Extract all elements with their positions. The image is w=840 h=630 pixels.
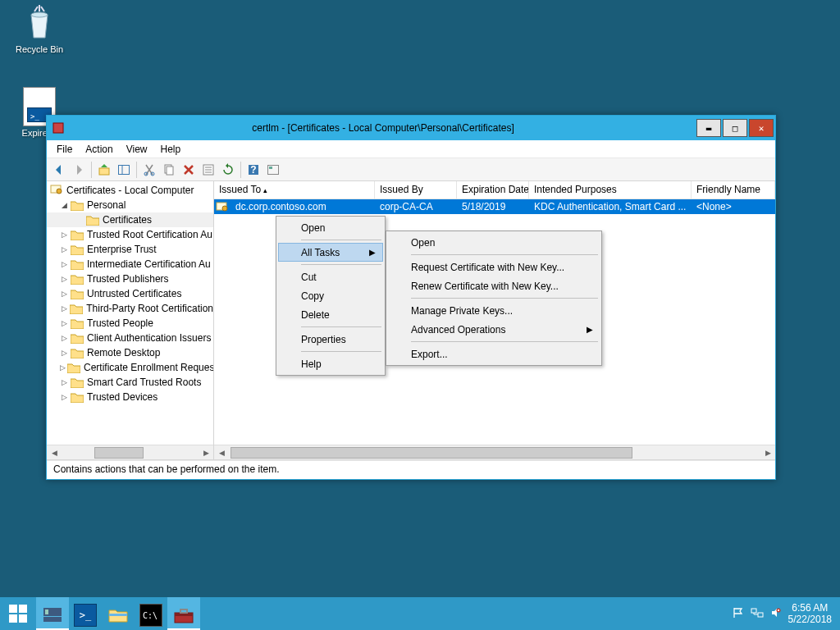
certificate-row[interactable]: dc.corp.contoso.com corp-CA-CA 5/18/2019… [214,199,775,214]
task-powershell[interactable]: >_ [69,597,102,630]
tree-item[interactable]: ▷Trusted Root Certification Au [47,227,213,242]
tree-item[interactable]: ▷Smart Card Trusted Roots [47,375,213,390]
expand-icon[interactable]: ▷ [60,349,69,358]
tray-volume-icon[interactable] [770,607,782,621]
expand-icon[interactable]: ▷ [60,290,69,299]
tree-root[interactable]: Certificates - Local Computer [47,183,213,198]
tree-hscroll[interactable]: ◀ ▶ [47,445,213,459]
submenu-request-cert[interactable]: Request Certificate with New Key... [388,258,600,276]
submenu-renew-cert[interactable]: Renew Certificate with New Key... [388,276,600,295]
task-explorer[interactable] [102,597,135,630]
col-issued-by[interactable]: Issued By [375,181,457,199]
scroll-left-icon[interactable]: ◀ [47,445,62,460]
folder-icon [71,377,84,388]
menu-properties[interactable]: Properties [278,330,383,349]
menu-help[interactable]: Help [154,141,188,158]
tree-item[interactable]: ▷Enterprise Trust [47,242,213,257]
menu-view[interactable]: View [120,141,154,158]
expand-icon[interactable]: ▷ [60,231,69,240]
show-hide-tree-button[interactable] [115,161,133,179]
titlebar[interactable]: certlm - [Certificates - Local Computer\… [47,116,775,140]
menu-copy[interactable]: Copy [278,286,383,305]
tray-flag-icon[interactable] [733,607,744,621]
col-purposes[interactable]: Intended Purposes [529,181,692,199]
menu-action[interactable]: Action [79,141,119,158]
scroll-thumb[interactable] [94,447,144,459]
tree-item[interactable]: ▷Client Authentication Issuers [47,331,213,345]
menu-delete[interactable]: Delete [278,305,383,324]
svg-point-0 [31,12,48,17]
start-button[interactable] [0,597,36,630]
col-friendly[interactable]: Friendly Name [692,181,775,199]
tree-item[interactable]: ▷Trusted Devices [47,390,213,404]
taskbar-clock[interactable]: 6:56 AM 5/22/2018 [788,602,832,626]
menu-cut[interactable]: Cut [278,267,383,286]
expand-icon[interactable]: ▷ [60,363,66,372]
tree-item[interactable]: ▷Trusted People [47,316,213,331]
minimize-button[interactable]: ▬ [696,119,721,137]
scroll-right-icon[interactable]: ▶ [760,445,775,460]
expand-icon[interactable]: ▷ [60,275,69,284]
folder-icon [71,318,84,329]
context-submenu-all-tasks: Open Request Certificate with New Key...… [386,231,602,366]
svg-rect-24 [19,614,27,623]
tree-item[interactable]: ▷Third-Party Root Certification [47,301,213,316]
expand-icon[interactable]: ▷ [60,393,69,402]
close-button[interactable]: ✕ [749,119,774,137]
col-issued-to[interactable]: Issued To [214,181,375,199]
expand-icon[interactable]: ▷ [60,334,69,343]
toolbar: ? [47,158,775,181]
expand-icon[interactable]: ▷ [60,304,68,313]
cell-expiration: 5/18/2019 [457,201,529,212]
tree-item[interactable]: ▷Trusted Publishers [47,272,213,286]
col-expiration[interactable]: Expiration Date [457,181,529,199]
options-button[interactable] [264,161,282,179]
tree-item-certificates[interactable]: Certificates [47,212,213,227]
expand-icon[interactable]: ▷ [60,260,69,269]
copy-button[interactable] [160,161,178,179]
properties-button[interactable] [199,161,217,179]
scroll-left-icon[interactable]: ◀ [214,445,229,460]
submenu-advanced[interactable]: Advanced Operations▶ [388,320,600,339]
task-certlm[interactable] [167,597,200,630]
expand-icon[interactable]: ▷ [60,245,69,254]
menu-file[interactable]: File [50,141,79,158]
tree-item[interactable]: ▷Untrusted Certificates [47,286,213,301]
back-button[interactable] [50,161,68,179]
task-server-manager[interactable] [36,597,69,630]
tray-network-icon[interactable] [751,607,764,621]
desktop[interactable]: Recycle Bin ExpireTe certlm - [Certifica… [0,0,840,597]
tree-item-personal[interactable]: ◢Personal [47,198,213,212]
up-button[interactable] [95,161,113,179]
scroll-right-icon[interactable]: ▶ [199,445,213,460]
svg-rect-27 [45,609,48,614]
collapse-icon[interactable]: ◢ [60,201,69,210]
recycle-bin-icon [20,3,59,43]
submenu-manage-keys[interactable]: Manage Private Keys... [388,301,600,320]
tree-item[interactable]: ▷Remote Desktop [47,345,213,360]
menu-all-tasks[interactable]: All Tasks▶ [278,243,383,262]
expand-icon[interactable]: ▷ [60,378,69,387]
expand-icon[interactable]: ▷ [60,319,69,328]
folder-icon [71,244,84,255]
menu-open[interactable]: Open [278,218,383,237]
tree-item[interactable]: ▷Intermediate Certification Au [47,257,213,272]
maximize-button[interactable]: □ [723,119,747,137]
submenu-export[interactable]: Export... [388,345,600,363]
help-button[interactable]: ? [244,161,262,179]
scroll-thumb[interactable] [231,447,632,459]
recycle-bin[interactable]: Recycle Bin [8,3,71,54]
folder-icon [71,200,84,211]
svg-rect-26 [43,617,62,622]
app-icon [52,121,65,135]
delete-button[interactable] [180,161,198,179]
explorer-icon [107,604,130,627]
submenu-open[interactable]: Open [388,233,600,252]
refresh-button[interactable] [219,161,237,179]
tree-item[interactable]: ▷Certificate Enrollment Reques [47,360,213,375]
list-hscroll[interactable]: ◀ ▶ [214,445,775,459]
forward-button[interactable] [70,161,88,179]
task-cmd[interactable]: C:\ [135,597,167,630]
cut-button[interactable] [140,161,158,179]
menu-help[interactable]: Help [278,354,383,373]
